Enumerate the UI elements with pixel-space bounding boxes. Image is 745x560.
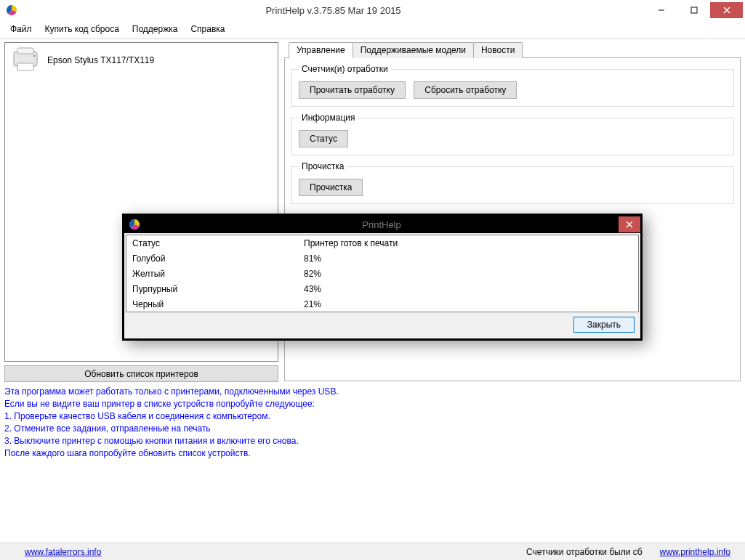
- svg-rect-7: [17, 63, 33, 70]
- table-row: Голубой 81%: [126, 251, 638, 266]
- help-line: 3. Выключите принтер с помощью кнопки пи…: [4, 435, 741, 447]
- dialog-titlebar[interactable]: PrintHelp: [124, 216, 640, 233]
- tab-control[interactable]: Управление: [289, 42, 353, 58]
- status-table: Статус Принтер готов к печати Голубой 81…: [126, 235, 639, 312]
- refresh-printers-button[interactable]: Обновить список принтеров: [4, 365, 278, 382]
- row-key: Черный: [132, 299, 304, 309]
- svg-point-8: [33, 55, 36, 57]
- table-row: Желтый 82%: [126, 266, 638, 281]
- menu-buy-code[interactable]: Купить код сброса: [39, 22, 125, 36]
- counters-legend: Счетчик(и) отработки: [299, 64, 391, 74]
- help-line: Эта программа может работать только с пр…: [4, 386, 741, 397]
- row-key: Желтый: [132, 269, 304, 279]
- dialog-close-button[interactable]: Закрыть: [573, 317, 635, 333]
- printer-name-label: Epson Stylus TX117/TX119: [47, 55, 154, 65]
- status-message: Счетчики отработки были сб: [101, 547, 659, 557]
- help-line: Если вы не видите ваш принтер в списке у…: [4, 398, 741, 410]
- table-row: Статус Принтер готов к печати: [126, 235, 638, 251]
- status-left-link[interactable]: www.fatalerrors.info: [25, 547, 101, 557]
- status-right-link[interactable]: www.printhelp.info: [660, 547, 730, 557]
- row-value: 21%: [304, 299, 632, 309]
- clean-legend: Прочистка: [299, 161, 347, 171]
- counters-group: Счетчик(и) отработки Прочитать отработку…: [291, 64, 734, 107]
- dialog-close-icon[interactable]: [619, 216, 640, 232]
- row-value: 81%: [304, 253, 632, 264]
- row-value: 82%: [304, 269, 632, 279]
- info-legend: Информация: [299, 113, 358, 123]
- table-row: Черный 21%: [126, 296, 638, 312]
- row-key: Пурпурный: [132, 284, 304, 294]
- close-button[interactable]: [710, 2, 743, 18]
- dialog-title: PrintHelp: [145, 219, 619, 230]
- help-info-block: Эта программа может работать только с пр…: [0, 384, 745, 463]
- help-line: 1. Проверьте качество USB кабеля и соеди…: [4, 410, 741, 422]
- window-title: PrintHelp v.3.75.85 Mar 19 2015: [22, 5, 645, 16]
- window-titlebar: PrintHelp v.3.75.85 Mar 19 2015: [0, 0, 745, 20]
- tab-news[interactable]: Новости: [473, 42, 523, 58]
- maximize-button[interactable]: [677, 2, 710, 18]
- statusbar: www.fatalerrors.info Счетчики отработки …: [0, 543, 745, 560]
- help-line: После каждого шага попробуйте обновить с…: [4, 447, 741, 459]
- row-key: Статус: [132, 238, 304, 248]
- menubar: Файл Купить код сброса Поддержка Справка: [0, 20, 745, 39]
- tab-supported-models[interactable]: Поддерживаемые модели: [353, 42, 474, 58]
- minimize-button[interactable]: [645, 2, 677, 18]
- status-dialog: PrintHelp Статус Принтер готов к печати …: [122, 214, 643, 341]
- svg-rect-2: [691, 7, 697, 13]
- svg-rect-6: [17, 48, 33, 54]
- printer-list-item[interactable]: Epson Stylus TX117/TX119: [5, 43, 278, 78]
- row-key: Голубой: [132, 253, 304, 264]
- menu-support[interactable]: Поддержка: [126, 22, 184, 36]
- printer-icon: [11, 47, 40, 73]
- reset-counters-button[interactable]: Сбросить отработку: [414, 81, 517, 99]
- help-line: 2. Отмените все задания, отправленные на…: [4, 423, 741, 434]
- info-group: Информация Статус: [291, 113, 734, 155]
- menu-file[interactable]: Файл: [4, 22, 38, 36]
- row-value: 43%: [304, 284, 632, 294]
- clean-button[interactable]: Прочистка: [299, 179, 363, 196]
- app-icon: [6, 4, 17, 16]
- row-value: Принтер готов к печати: [304, 238, 632, 248]
- table-row: Пурпурный 43%: [126, 281, 638, 296]
- read-counters-button[interactable]: Прочитать отработку: [299, 81, 406, 99]
- status-button[interactable]: Статус: [299, 130, 348, 147]
- clean-group: Прочистка Прочистка: [291, 161, 734, 204]
- menu-help[interactable]: Справка: [185, 22, 230, 36]
- app-icon: [129, 219, 140, 230]
